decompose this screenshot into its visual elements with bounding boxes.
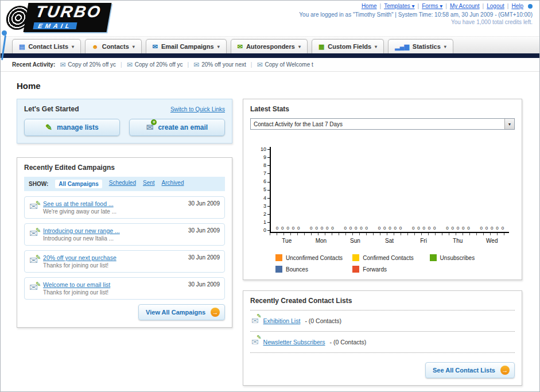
campaign-subtitle: Thanks for joining our list! [43, 262, 180, 269]
bar-group-tue: 00000 [271, 226, 305, 231]
bar-value-label: 0 [399, 226, 402, 231]
campaign-date: 30 Jun 2009 [188, 281, 220, 288]
contact-list-count: - (0 Contacts) [305, 317, 341, 324]
view-all-campaigns-button[interactable]: View All Campaigns → [138, 304, 225, 320]
campaign-row[interactable]: ✉✎20% off your next purchaseThanks for j… [24, 250, 225, 273]
header-link-templates[interactable]: Templates ▾ [384, 3, 414, 9]
campaign-title-link[interactable]: 20% off your next purchase [43, 254, 180, 261]
page-title: Home [17, 81, 522, 91]
bar-group-thu: 00000 [441, 226, 475, 231]
activity-item-label: 20% off your next [201, 61, 246, 68]
legend-swatch [275, 254, 282, 261]
nav-tab-statistics[interactable]: ▂▄▆Statistics▾ [388, 39, 453, 53]
campaign-text: 20% off your next purchaseThanks for joi… [43, 254, 180, 269]
campaign-row[interactable]: ✉✎Welcome to our email listThanks for jo… [24, 277, 225, 300]
legend-item-unsubscribes: Unsubscribes [430, 254, 507, 261]
activity-separator: | [121, 61, 122, 68]
campaign-row[interactable]: ✉✎See us at the retail food ...We're giv… [24, 196, 225, 219]
link-separator: | [418, 3, 419, 9]
recent-activity-item[interactable]: ✉20% off your next [193, 61, 246, 69]
nav-tab-contact-lists[interactable]: ▤Contact Lists▾ [12, 39, 81, 53]
campaigns-title: Recently Edited Campaigns [24, 164, 225, 172]
header-link-logout[interactable]: Logout [487, 3, 504, 9]
show-label: SHOW: [29, 181, 48, 187]
pencil-icon: ✎ [45, 123, 52, 132]
bar-group-sat: 00000 [373, 226, 407, 231]
contact-list-row[interactable]: ✉✎Newsletter Subscribers- (0 Contacts) [250, 332, 515, 353]
activity-separator: | [187, 61, 189, 68]
custom-fields-icon: ▦ [318, 44, 324, 50]
filter-sent[interactable]: Sent [143, 180, 155, 188]
bar-value-label: 0 [315, 226, 317, 231]
contact-list-rows: ✉✎Exhibition List- (0 Contacts)✉✎Newslet… [250, 310, 515, 353]
create-email-button[interactable]: ✉+ create an email [129, 119, 225, 136]
bar-value-label: 0 [281, 226, 283, 231]
nav-tab-label: Contact Lists [28, 43, 68, 50]
link-separator: | [507, 3, 509, 9]
header-link-help[interactable]: Help [511, 3, 523, 9]
chevron-down-icon: ▾ [217, 44, 220, 49]
bar-value-label: 0 [428, 226, 430, 231]
header-link-forms[interactable]: Forms ▾ [422, 3, 442, 9]
bar-group-fri: 00000 [407, 226, 441, 231]
filter-scheduled[interactable]: Scheduled [109, 180, 136, 188]
envelope-icon: ✉ [257, 61, 262, 69]
recent-activity-item[interactable]: ✉Copy of Welcome t [257, 61, 313, 69]
campaign-title-link[interactable]: Introducing our new range ... [43, 227, 180, 234]
campaign-title-link[interactable]: Welcome to our email list [43, 281, 180, 288]
nav-tab-custom-fields[interactable]: ▦Custom Fields▾ [312, 39, 384, 53]
see-all-contact-lists-button[interactable]: See All Contact Lists → [425, 362, 515, 378]
list-pencil-icon: ✉✎ [251, 337, 259, 347]
bar-group-mon: 00000 [305, 226, 339, 231]
contact-list-link[interactable]: Newsletter Subscribers [263, 339, 325, 346]
bar-value-label: 0 [502, 226, 504, 231]
campaign-list: ✉✎See us at the retail food ...We're giv… [24, 196, 225, 300]
see-all-contact-lists-label: See All Contact Lists [433, 367, 495, 374]
bar-value-label: 0 [491, 226, 493, 231]
bar-value-label: 0 [366, 226, 368, 231]
x-axis-label: Fri [406, 238, 441, 244]
campaign-text: See us at the retail food ...We're givin… [43, 200, 180, 215]
nav-tab-label: Contacts [102, 43, 129, 50]
bar-value-label: 0 [383, 226, 386, 231]
contact-list-row[interactable]: ✉✎Exhibition List- (0 Contacts) [250, 310, 515, 332]
filter-archived[interactable]: Archived [162, 180, 184, 188]
get-started-panel: Let's Get Started Switch to Quick Links … [17, 99, 232, 143]
pencil-icon: ✎ [257, 313, 261, 319]
legend-swatch [275, 266, 282, 273]
manage-lists-button[interactable]: ✎ manage lists [24, 119, 120, 136]
switch-quick-links-link[interactable]: Switch to Quick Links [170, 106, 225, 112]
filter-all-campaigns[interactable]: All Campaigns [55, 180, 102, 188]
campaign-row[interactable]: ✉✎Introducing our new range ...Introduci… [24, 223, 225, 246]
stats-period-select[interactable]: Contact Activity for the Last 7 Days ▼ [250, 118, 515, 130]
envelope-plus-icon: ✉+ [146, 122, 154, 133]
legend-label: Unconfirmed Contacts [286, 255, 343, 261]
contact-list-link[interactable]: Exhibition List [263, 317, 301, 324]
y-axis-label: 7 [263, 171, 270, 176]
envelope-pencil-icon: ✉✎ [29, 201, 38, 212]
recent-activity-item[interactable]: ✉Copy of 20% off yc [60, 61, 116, 69]
nav-tab-contacts[interactable]: ☻Contacts▾ [85, 39, 142, 53]
y-axis-label: 0 [263, 228, 270, 233]
bar-value-label: 0 [349, 226, 352, 231]
header-link-my-account[interactable]: My Account [450, 3, 480, 9]
login-status: You are logged in as "Timothy Smith" | S… [299, 11, 533, 18]
nav-tab-autoresponders[interactable]: ✉Autoresponders▾ [231, 39, 308, 53]
recent-activity-items: ✉Copy of 20% off yc|✉Copy of 20% off yc|… [60, 61, 313, 69]
x-axis-label: Thu [441, 238, 475, 244]
campaign-subtitle: We're giving away our late ... [43, 208, 180, 215]
arrow-right-icon: → [500, 366, 510, 375]
bar-value-label: 0 [417, 226, 419, 231]
campaigns-filter-bar: SHOW: All CampaignsScheduledSentArchived [24, 177, 225, 191]
legend-swatch [352, 254, 359, 261]
campaign-filters: All CampaignsScheduledSentArchived [55, 180, 184, 188]
create-email-label: create an email [158, 123, 208, 131]
recent-activity-item[interactable]: ✉Copy of 20% off yc [127, 61, 183, 69]
link-separator: | [380, 3, 382, 9]
bar-value-label: 0 [496, 226, 498, 231]
header-link-home[interactable]: Home [362, 3, 377, 9]
campaign-title-link[interactable]: See us at the retail food ... [43, 200, 180, 207]
nav-tab-email-campaigns[interactable]: ✉Email Campaigns▾ [146, 39, 227, 53]
nav-tab-label: Email Campaigns [161, 43, 214, 50]
chart-plot-area: 00000000000000000000000000000000000 [270, 147, 509, 233]
